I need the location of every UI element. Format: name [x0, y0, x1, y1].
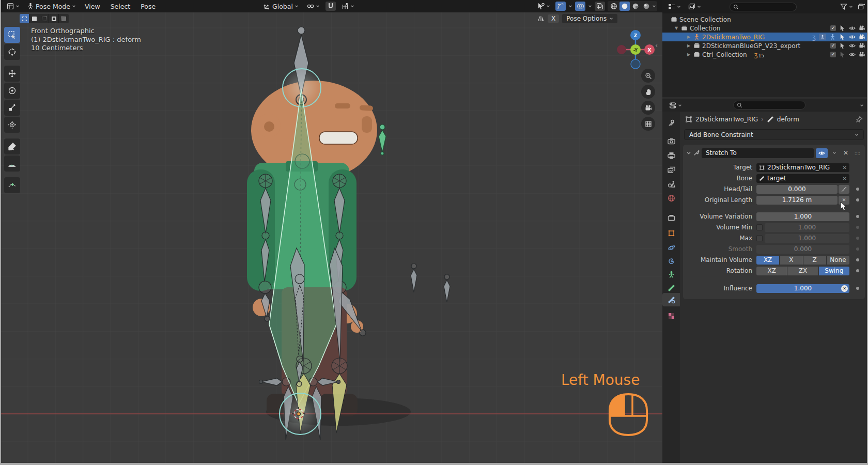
properties-options-chevron[interactable]	[860, 103, 864, 107]
tab-collection[interactable]	[662, 211, 680, 224]
select-extend-button[interactable]	[39, 14, 49, 23]
tool-select-box[interactable]	[4, 27, 20, 43]
transform-orientation-dropdown[interactable]: Global	[261, 2, 301, 11]
outliner-display-mode-dropdown[interactable]	[665, 2, 684, 11]
outliner-row-ctrl-collection[interactable]: ▶ Ctrl_Collection ʒ 15 ✓	[662, 50, 868, 59]
select-subtract-button[interactable]	[49, 14, 59, 23]
tab-tool[interactable]	[662, 116, 680, 129]
visibility-dropdown[interactable]	[535, 2, 553, 11]
clear-influence-button[interactable]: ✕	[841, 285, 848, 292]
clear-target-button[interactable]: ✕	[843, 165, 847, 171]
ctrl-checkbox[interactable]: ✓	[830, 52, 836, 57]
xray-toggle[interactable]	[595, 2, 605, 11]
editor-type-selector[interactable]	[4, 2, 22, 11]
selectable-icon-disabled[interactable]	[839, 51, 846, 58]
pivot-point-dropdown[interactable]	[304, 2, 322, 11]
hide-viewport-icon[interactable]	[849, 25, 856, 32]
select-tweak-button[interactable]	[20, 14, 29, 23]
maintain-none-option[interactable]: None	[827, 256, 849, 265]
expand-arrow-icon[interactable]: ▶	[686, 43, 691, 48]
tab-bone-constraint[interactable]	[662, 293, 680, 306]
gizmo-minus-z-handle[interactable]	[631, 59, 640, 69]
influence-slider[interactable]: 1.000 ✕	[756, 284, 849, 293]
volume-max-checkbox[interactable]	[756, 235, 763, 241]
animate-dot[interactable]	[856, 269, 859, 272]
tool-measure[interactable]	[4, 156, 20, 172]
hide-render-icon[interactable]	[859, 34, 865, 40]
tab-view-layer[interactable]	[662, 163, 680, 177]
select-box-new-button[interactable]	[29, 14, 39, 23]
maintain-x-option[interactable]: X	[780, 256, 803, 265]
constraint-delete-button[interactable]: ✕	[841, 148, 850, 158]
overlays-toggle[interactable]	[575, 2, 585, 11]
tab-render[interactable]	[662, 134, 680, 148]
tab-texture[interactable]	[662, 309, 680, 322]
animate-dot-disabled[interactable]	[856, 237, 859, 240]
animate-dot[interactable]	[856, 287, 859, 290]
properties-editor-dropdown[interactable]	[667, 101, 685, 110]
breadcrumb-bone[interactable]: deform	[777, 116, 799, 123]
rotation-zx-option[interactable]: ZX	[787, 267, 818, 275]
constraint-enable-toggle[interactable]	[816, 148, 828, 158]
outliner-filter-id-dropdown[interactable]	[686, 2, 704, 11]
mode-selector[interactable]: Pose Mode	[24, 2, 79, 11]
tool-pose-breakdowner[interactable]	[4, 177, 20, 193]
gp-checkbox[interactable]: ✓	[830, 43, 836, 49]
selectable-icon[interactable]	[839, 42, 846, 49]
expand-arrow-icon[interactable]: ▼	[674, 26, 679, 30]
new-collection-button[interactable]	[858, 3, 865, 10]
orthographic-toggle-button[interactable]	[641, 117, 655, 131]
menu-pose[interactable]: Pose	[136, 2, 160, 11]
hide-viewport-icon[interactable]	[849, 42, 856, 49]
animate-dot[interactable]	[856, 198, 859, 202]
animate-dot-disabled[interactable]	[856, 226, 859, 229]
snap-toggle[interactable]	[326, 2, 336, 11]
gizmo-minus-x-handle[interactable]	[617, 45, 626, 54]
tab-object[interactable]	[662, 226, 680, 240]
properties-search-input[interactable]	[733, 101, 805, 110]
constraint-extras-dropdown[interactable]	[830, 148, 839, 158]
tool-annotate[interactable]	[4, 138, 20, 154]
panel-collapse-chevron[interactable]	[686, 150, 691, 156]
camera-view-button[interactable]	[641, 101, 655, 115]
menu-view[interactable]: View	[81, 2, 104, 11]
hide-render-icon[interactable]	[859, 51, 865, 58]
target-field[interactable]: 2DstickmanTwo_RIG ✕	[756, 163, 849, 172]
breadcrumb-object[interactable]: 2DstickmanTwo_RIG	[695, 116, 758, 123]
select-intersect-button[interactable]	[59, 14, 69, 23]
volume-min-checkbox[interactable]	[756, 224, 763, 230]
selectable-icon[interactable]	[839, 34, 846, 40]
bone-field[interactable]: target ✕	[756, 174, 849, 183]
shading-material-button[interactable]	[630, 2, 641, 11]
shading-solid-button[interactable]	[619, 2, 630, 11]
bbone-ease-toggle[interactable]	[839, 185, 849, 194]
menu-select[interactable]: Select	[106, 2, 135, 11]
animate-dot[interactable]	[856, 188, 859, 191]
panel-collapse-arrow[interactable]: ‹	[655, 41, 658, 49]
maintain-z-option[interactable]: Z	[803, 256, 827, 265]
hide-render-icon[interactable]	[859, 25, 865, 32]
expand-arrow-icon[interactable]: ▶	[686, 35, 691, 39]
zoom-button[interactable]	[641, 69, 655, 83]
outliner-row-collection[interactable]: ▼ Collection ✓	[662, 24, 868, 33]
pin-icon[interactable]	[856, 116, 863, 123]
volume-min-value[interactable]: 1.000	[765, 223, 849, 232]
add-bone-constraint-button[interactable]: Add Bone Constraint	[684, 129, 864, 140]
outliner-row-gp-object[interactable]: ▶ 2DStickmanBlueGP_V23_exportBlend.sv ✓	[662, 41, 868, 50]
mirror-x-toggle[interactable]: X	[548, 14, 559, 23]
hide-render-icon[interactable]	[859, 42, 865, 49]
pose-options-dropdown[interactable]: Pose Options	[562, 14, 617, 23]
hide-viewport-icon[interactable]	[849, 34, 856, 40]
volume-max-value[interactable]: 1.000	[765, 234, 849, 243]
smooth-value[interactable]: 0.000	[756, 245, 849, 254]
navigation-gizmo[interactable]: Z X -Y	[616, 27, 659, 70]
expand-arrow-icon[interactable]: ▶	[686, 52, 691, 57]
animate-dot-disabled[interactable]	[856, 247, 859, 251]
maintain-xz-option[interactable]: XZ	[756, 256, 780, 265]
outliner-row-scene-collection[interactable]: Scene Collection	[662, 15, 868, 24]
clear-bone-button[interactable]: ✕	[843, 176, 847, 181]
animate-dot[interactable]	[856, 258, 859, 261]
snap-target-dropdown[interactable]	[339, 2, 357, 11]
outliner-row-rig[interactable]: ▶ 2DstickmanTwo_RIG ʒ	[662, 33, 868, 41]
tool-rotate[interactable]	[4, 83, 20, 99]
